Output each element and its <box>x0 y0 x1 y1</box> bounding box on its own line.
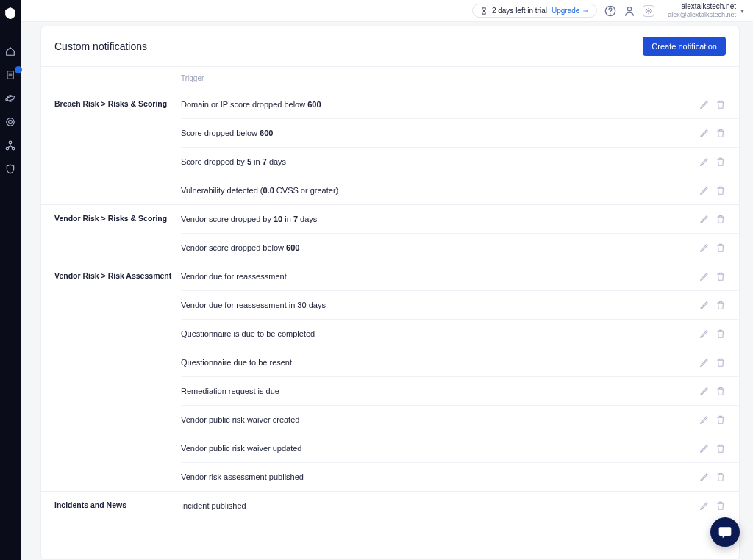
svg-point-7 <box>9 141 12 144</box>
trigger-text: Vendor risk assessment published <box>181 473 685 481</box>
trigger-text: Remediation request is due <box>181 387 685 395</box>
notification-row: Questionnaire is due to be completed <box>181 320 739 348</box>
user-icon[interactable] <box>624 5 635 17</box>
notification-row: Remediation request is due <box>181 377 739 406</box>
trigger-text: Vendor score dropped below 600 <box>181 243 685 252</box>
edit-icon[interactable] <box>699 357 710 367</box>
delete-icon[interactable] <box>715 414 726 425</box>
edit-icon[interactable] <box>699 386 710 396</box>
notification-row: Vendor score dropped by 10 in 7 days <box>181 205 739 234</box>
notification-row: Vendor public risk waiver updated <box>181 434 739 463</box>
delete-icon[interactable] <box>715 329 726 339</box>
delete-icon[interactable] <box>715 128 726 138</box>
trigger-text: Vendor score dropped by 10 in 7 days <box>181 215 685 223</box>
trigger-text: Vendor public risk waiver created <box>181 415 685 424</box>
edit-icon[interactable] <box>699 271 710 281</box>
notification-row: Score dropped by 5 in 7 days <box>181 148 739 176</box>
notification-row: Vendor score dropped below 600 <box>181 234 739 262</box>
chevron-down-icon: ▾ <box>740 7 744 15</box>
report-icon[interactable] <box>4 69 16 81</box>
trigger-text: Incident published <box>181 501 685 510</box>
svg-point-6 <box>9 121 13 124</box>
delete-icon[interactable] <box>715 214 726 224</box>
edit-icon[interactable] <box>699 214 710 224</box>
notification-row: Vendor due for reassessment <box>181 262 739 291</box>
notification-row: Score dropped below 600 <box>181 119 739 148</box>
edit-icon[interactable] <box>699 300 710 310</box>
create-notification-button[interactable]: Create notification <box>643 37 726 56</box>
trigger-text: Vendor due for reassessment <box>181 272 685 281</box>
trigger-text: Vulnerability detected (0.0 CVSS or grea… <box>181 186 685 195</box>
trigger-text: Questionnaire due to be resent <box>181 358 685 367</box>
trigger-text: Questionnaire is due to be completed <box>181 329 685 338</box>
upgrade-link[interactable]: Upgrade <box>552 7 589 15</box>
notification-section: Vendor Risk > Risk AssessmentVendor due … <box>41 262 739 492</box>
svg-point-12 <box>628 7 632 10</box>
category-label: Incidents and News <box>54 492 181 520</box>
delete-icon[interactable] <box>715 472 726 482</box>
delete-icon[interactable] <box>715 271 726 281</box>
delete-icon[interactable] <box>715 500 726 511</box>
shield-icon[interactable] <box>4 163 16 175</box>
delete-icon[interactable] <box>715 185 726 195</box>
notification-row: Vendor due for reassessment in 30 days <box>181 291 739 320</box>
home-icon[interactable] <box>4 46 16 57</box>
delete-icon[interactable] <box>715 386 726 396</box>
trigger-column-header: Trigger <box>181 74 685 82</box>
delete-icon[interactable] <box>715 157 726 167</box>
trigger-text: Domain or IP score dropped below 600 <box>181 100 685 109</box>
trial-text: 2 days left in trial <box>492 7 547 15</box>
account-org: alextalkstech.net <box>682 2 737 11</box>
delete-icon[interactable] <box>715 243 726 253</box>
table-head: Trigger <box>41 67 739 90</box>
trigger-text: Score dropped below 600 <box>181 129 685 137</box>
delete-icon[interactable] <box>715 300 726 310</box>
notification-row: Vendor public risk waiver created <box>181 406 739 434</box>
trigger-text: Vendor public risk waiver updated <box>181 444 685 453</box>
chat-icon <box>718 525 732 539</box>
card-header: Custom notifications Create notification <box>41 26 739 67</box>
account-email: alex@alextalkstech.net <box>668 11 736 19</box>
trigger-text: Vendor due for reassessment in 30 days <box>181 301 685 309</box>
delete-icon[interactable] <box>715 443 726 453</box>
edit-icon[interactable] <box>699 157 710 167</box>
hourglass-icon <box>480 7 488 15</box>
edit-icon[interactable] <box>699 329 710 339</box>
edit-icon[interactable] <box>699 243 710 253</box>
trial-pill[interactable]: 2 days left in trial Upgrade <box>472 4 597 18</box>
edit-icon[interactable] <box>699 128 710 138</box>
edit-icon[interactable] <box>699 414 710 425</box>
edit-icon[interactable] <box>699 472 710 482</box>
delete-icon[interactable] <box>715 99 726 110</box>
delete-icon[interactable] <box>715 357 726 367</box>
hierarchy-icon[interactable] <box>4 140 16 151</box>
svg-point-11 <box>610 13 611 14</box>
settings-icon[interactable] <box>643 5 654 17</box>
notification-row: Incident published <box>181 492 739 520</box>
notification-section: Vendor Risk > Risks & ScoringVendor scor… <box>41 205 739 262</box>
planet-icon[interactable] <box>4 93 16 104</box>
edit-icon[interactable] <box>699 443 710 453</box>
category-label: Breach Risk > Risks & Scoring <box>54 90 181 204</box>
edit-icon[interactable] <box>699 99 710 110</box>
trigger-text: Score dropped by 5 in 7 days <box>181 157 685 166</box>
notification-row: Vendor risk assessment published <box>181 463 739 491</box>
notification-section: Breach Risk > Risks & ScoringDomain or I… <box>41 90 739 205</box>
svg-point-5 <box>7 118 15 126</box>
notification-row: Questionnaire due to be resent <box>181 348 739 377</box>
sidebar <box>0 0 21 560</box>
notification-section: Incidents and NewsIncident published <box>41 492 739 520</box>
chat-widget[interactable] <box>710 517 740 547</box>
logo-icon[interactable] <box>4 7 16 19</box>
edit-icon[interactable] <box>699 500 710 511</box>
category-label: Vendor Risk > Risks & Scoring <box>54 205 181 262</box>
edit-icon[interactable] <box>699 185 710 195</box>
target-icon[interactable] <box>4 116 16 128</box>
notification-row: Vulnerability detected (0.0 CVSS or grea… <box>181 176 739 204</box>
account-menu[interactable]: alextalkstech.net alex@alextalkstech.net… <box>662 2 744 19</box>
help-icon[interactable] <box>604 5 616 17</box>
svg-point-13 <box>648 10 650 12</box>
notification-row: Domain or IP score dropped below 600 <box>181 90 739 119</box>
main-card: Custom notifications Create notification… <box>40 26 740 560</box>
page-title: Custom notifications <box>54 40 147 52</box>
